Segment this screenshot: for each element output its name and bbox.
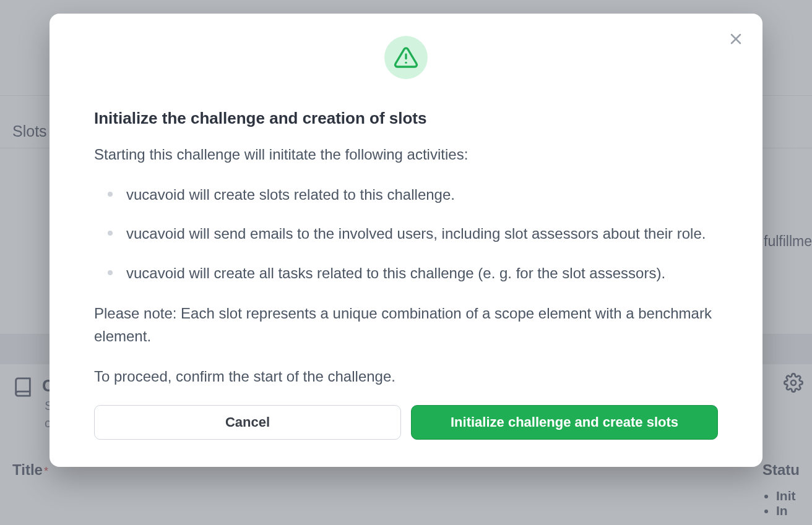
cancel-button[interactable]: Cancel bbox=[94, 405, 401, 440]
modal-confirm-text: To proceed, confirm the start of the cha… bbox=[94, 365, 718, 388]
modal-bullet-item: vucavoid will create all tasks related t… bbox=[108, 262, 718, 284]
modal-intro: Starting this challenge will inititate t… bbox=[94, 143, 718, 166]
modal-button-row: Cancel Initialize challenge and create s… bbox=[50, 405, 762, 440]
modal-bullet-item: vucavoid will send emails to the involve… bbox=[108, 222, 718, 245]
modal-note: Please note: Each slot represents a uniq… bbox=[94, 302, 718, 348]
modal-bullet-item: vucavoid will create slots related to th… bbox=[108, 183, 718, 206]
close-button[interactable] bbox=[727, 30, 745, 48]
warning-triangle-icon bbox=[384, 36, 428, 79]
initialize-button[interactable]: Initialize challenge and create slots bbox=[411, 405, 718, 440]
initialize-challenge-modal: Initialize the challenge and creation of… bbox=[50, 14, 762, 467]
modal-heading: Initialize the challenge and creation of… bbox=[45, 109, 718, 128]
modal-bullet-list: vucavoid will create slots related to th… bbox=[94, 183, 718, 284]
